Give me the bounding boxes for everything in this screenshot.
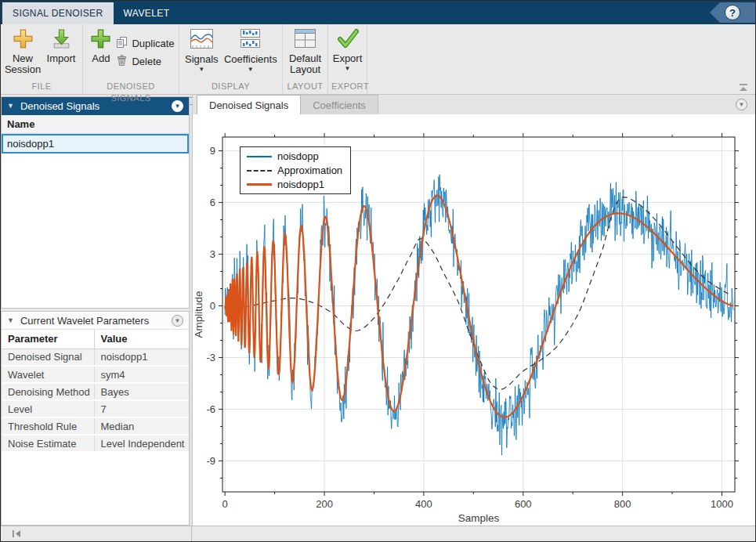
svg-text:Amplitude: Amplitude — [193, 291, 204, 338]
ribbon-section-display: Signals ▼ — [179, 24, 283, 94]
ribbon-section-layout-label: LAYOUT — [286, 81, 324, 94]
param-value: sym4 — [94, 366, 189, 383]
doc-tab-label: Denoised Signals — [209, 99, 288, 111]
help-banner: ? — [710, 2, 755, 23]
delete-button[interactable]: Delete — [116, 54, 174, 69]
denoised-signals-panel: ▼ Denoised Signals ▼ Name noisdopp1 — [1, 96, 190, 309]
ribbon-section-denoised-signals-body: Add Duplicate — [86, 27, 175, 81]
legend-entry-noisdopp1: noisdopp1 — [247, 178, 342, 191]
param-value: 7 — [94, 400, 189, 417]
panel-menu-icon[interactable]: ▼ — [172, 100, 183, 112]
ribbon-section-file-body: New Session Import — [4, 27, 79, 81]
panel-menu-icon[interactable]: ▼ — [172, 315, 183, 327]
default-layout-button[interactable]: Default Layout — [286, 27, 324, 77]
param-value: Median — [94, 417, 189, 435]
main-area: Denoised Signals Coefficients ▼ 02004006… — [193, 95, 755, 526]
wavelet-parameters-panel-title: Current Wavelet Parameters — [20, 315, 149, 327]
collapse-panel-icon[interactable]: ▼ — [7, 103, 14, 110]
wavelet-parameters-panel-header[interactable]: ▼ Current Wavelet Parameters ▼ — [2, 312, 189, 330]
denoised-signals-panel-header[interactable]: ▼ Denoised Signals ▼ — [2, 97, 189, 115]
tab-signal-denoiser[interactable]: SIGNAL DENOISER — [2, 2, 114, 24]
import-button[interactable]: Import — [43, 27, 79, 66]
tab-wavelet-label: WAVELET — [124, 8, 170, 19]
svg-text:Samples: Samples — [458, 512, 500, 524]
import-icon — [51, 28, 72, 52]
delete-icon — [116, 54, 128, 69]
duplicate-delete-column: Duplicate Delete — [116, 27, 174, 69]
doc-tab-coefficients[interactable]: Coefficients — [301, 95, 378, 114]
table-row: Noise Estimate Level Independent — [2, 435, 189, 452]
status-bar — [1, 526, 755, 541]
table-row: Denoising Method Bayes — [2, 383, 189, 400]
ribbon-section-layout-body: Default Layout — [286, 27, 324, 81]
doc-tab-denoised-signals[interactable]: Denoised Signals — [197, 95, 301, 114]
list-item-noisdopp1[interactable]: noisdopp1 — [2, 134, 189, 154]
legend-entry-approximation: Approximation — [247, 164, 342, 177]
new-session-button[interactable]: New Session — [4, 27, 42, 77]
ribbon-section-file-label: FILE — [4, 81, 79, 94]
signals-label: Signals — [185, 54, 219, 65]
duplicate-icon — [116, 36, 128, 51]
coefficients-dropdown-button[interactable]: Coefficients ▼ — [222, 27, 279, 74]
toolstrip-ribbon: New Session Import FILE — [1, 24, 755, 95]
signals-caret-icon: ▼ — [198, 67, 204, 73]
collapse-panel-icon[interactable]: ▼ — [7, 317, 14, 324]
collapse-sidebar-icon[interactable] — [12, 527, 22, 541]
denoised-signals-panel-title: Denoised Signals — [20, 100, 99, 112]
param-name: Denoised Signal — [2, 349, 94, 366]
param-value: noisdopp1 — [94, 349, 189, 366]
export-dropdown-button[interactable]: Export ▼ — [331, 27, 364, 74]
default-layout-icon — [294, 28, 317, 52]
wavelet-parameters-panel: ▼ Current Wavelet Parameters ▼ Parameter… — [1, 311, 190, 526]
legend-label: noisdopp — [277, 150, 319, 162]
status-bar-right — [192, 526, 755, 541]
svg-text:-9: -9 — [206, 455, 215, 467]
tab-wavelet[interactable]: WAVELET — [114, 2, 180, 24]
svg-text:3: 3 — [210, 248, 215, 260]
svg-text:1000: 1000 — [711, 498, 733, 510]
ribbon-section-export-label: EXPORT — [331, 81, 364, 94]
duplicate-button[interactable]: Duplicate — [116, 36, 174, 51]
duplicate-label: Duplicate — [132, 38, 174, 49]
legend-line-sample — [247, 183, 272, 186]
doc-tab-label: Coefficients — [313, 99, 366, 111]
signals-dropdown-button[interactable]: Signals ▼ — [183, 27, 221, 74]
ribbon-section-file: New Session Import FILE — [1, 24, 83, 94]
plot-legend[interactable]: noisdopp Approximation noisdopp1 — [240, 146, 351, 194]
table-row: Denoised Signal noisdopp1 — [2, 349, 189, 366]
document-menu-icon[interactable]: ▼ — [736, 99, 747, 110]
add-icon — [90, 28, 111, 52]
ribbon-section-export: Export ▼ EXPORT — [328, 24, 367, 94]
table-row: Level 7 — [2, 400, 189, 417]
coefficients-caret-icon: ▼ — [248, 67, 254, 73]
legend-line-sample — [247, 170, 272, 172]
help-icon[interactable]: ? — [725, 5, 740, 20]
toolstrip-tabbar: SIGNAL DENOISER WAVELET ? — [1, 1, 755, 24]
param-name: Level — [2, 400, 94, 417]
table-row: Wavelet sym4 — [2, 366, 189, 383]
export-icon — [337, 28, 359, 52]
legend-entry-noisdopp: noisdopp — [247, 150, 342, 163]
table-row: Threshold Rule Median — [2, 417, 189, 435]
default-layout-label: Default Layout — [286, 53, 325, 75]
param-name: Noise Estimate — [2, 435, 94, 452]
svg-text:200: 200 — [316, 498, 333, 510]
svg-text:800: 800 — [614, 498, 631, 510]
splitter-grip-icon — [190, 97, 192, 105]
value-column-header: Value — [94, 330, 189, 349]
param-name: Wavelet — [2, 366, 94, 383]
add-button[interactable]: Add — [87, 27, 114, 66]
svg-text:-3: -3 — [206, 352, 215, 363]
param-value: Bayes — [94, 383, 189, 400]
collapse-ribbon-icon[interactable] — [738, 81, 749, 91]
param-name: Threshold Rule — [2, 417, 94, 435]
param-name: Denoising Method — [2, 383, 94, 400]
import-label: Import — [47, 53, 76, 64]
svg-text:0: 0 — [222, 498, 228, 510]
ribbon-section-display-label: DISPLAY — [183, 81, 279, 94]
signal-list: noisdopp1 — [2, 134, 189, 308]
new-session-label: New Session — [2, 53, 43, 75]
new-session-icon — [13, 28, 34, 52]
legend-label: Approximation — [277, 164, 342, 176]
document-tabbar: Denoised Signals Coefficients ▼ — [193, 95, 755, 114]
